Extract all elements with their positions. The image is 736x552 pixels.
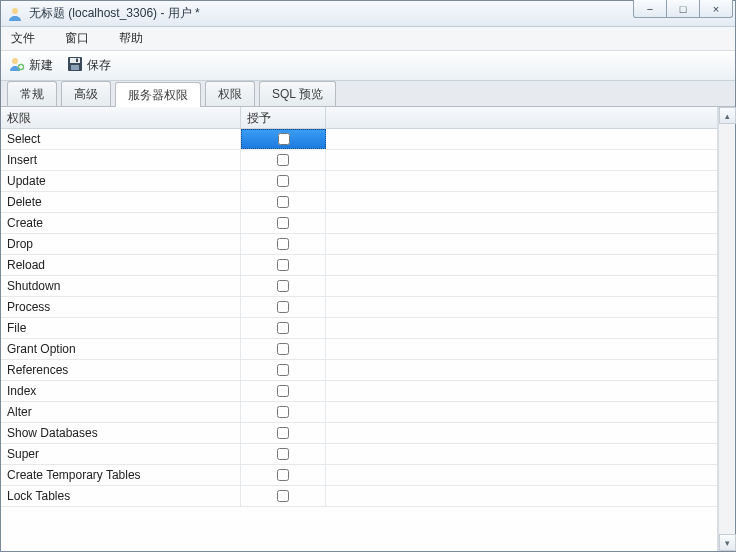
tab-general[interactable]: 常规 (7, 81, 57, 106)
save-button[interactable]: 保存 (67, 56, 111, 75)
privilege-cell[interactable]: Grant Option (1, 339, 241, 359)
privilege-cell[interactable]: Create Temporary Tables (1, 465, 241, 485)
privilege-cell[interactable]: Index (1, 381, 241, 401)
privilege-cell[interactable]: Reload (1, 255, 241, 275)
svg-rect-6 (76, 59, 78, 63)
table-row[interactable]: Show Databases (1, 423, 717, 444)
svg-point-1 (12, 58, 18, 64)
grant-checkbox[interactable] (277, 301, 289, 313)
grant-checkbox[interactable] (277, 175, 289, 187)
grant-cell[interactable] (241, 339, 326, 359)
privilege-cell[interactable]: Alter (1, 402, 241, 422)
grant-cell[interactable] (241, 444, 326, 464)
grant-checkbox[interactable] (277, 196, 289, 208)
table-row[interactable]: Lock Tables (1, 486, 717, 507)
table-row[interactable]: Update (1, 171, 717, 192)
grant-checkbox[interactable] (277, 364, 289, 376)
grant-checkbox[interactable] (277, 322, 289, 334)
grant-cell[interactable] (241, 297, 326, 317)
new-button[interactable]: 新建 (9, 56, 53, 75)
column-grant[interactable]: 授予 (241, 107, 326, 128)
grant-checkbox[interactable] (277, 385, 289, 397)
table-row[interactable]: Super (1, 444, 717, 465)
grant-checkbox[interactable] (277, 280, 289, 292)
grant-checkbox[interactable] (277, 448, 289, 460)
table-row[interactable]: Delete (1, 192, 717, 213)
grant-cell[interactable] (241, 192, 326, 212)
table-row[interactable]: Insert (1, 150, 717, 171)
privilege-cell[interactable]: Update (1, 171, 241, 191)
save-label: 保存 (87, 57, 111, 74)
table-row[interactable]: File (1, 318, 717, 339)
grant-cell[interactable] (241, 276, 326, 296)
menu-file[interactable]: 文件 (7, 28, 39, 49)
grid-header: 权限 授予 (1, 107, 717, 129)
menu-help[interactable]: 帮助 (115, 28, 147, 49)
floppy-icon (67, 56, 83, 75)
grant-checkbox[interactable] (277, 259, 289, 271)
tab-privileges[interactable]: 权限 (205, 81, 255, 106)
content-area: 权限 授予 SelectInsertUpdateDeleteCreateDrop… (1, 107, 735, 551)
grant-checkbox[interactable] (277, 427, 289, 439)
privilege-cell[interactable]: Process (1, 297, 241, 317)
grant-cell[interactable] (241, 360, 326, 380)
privilege-cell[interactable]: Show Databases (1, 423, 241, 443)
grant-checkbox[interactable] (277, 343, 289, 355)
vertical-scrollbar[interactable]: ▴ ▾ (718, 107, 735, 551)
privilege-cell[interactable]: File (1, 318, 241, 338)
privilege-cell[interactable]: Lock Tables (1, 486, 241, 506)
grant-cell[interactable] (241, 486, 326, 506)
table-row[interactable]: Alter (1, 402, 717, 423)
privilege-cell[interactable]: Delete (1, 192, 241, 212)
grant-cell[interactable] (241, 402, 326, 422)
table-row[interactable]: Grant Option (1, 339, 717, 360)
tab-server-privileges[interactable]: 服务器权限 (115, 82, 201, 107)
close-button[interactable]: × (699, 0, 733, 18)
grant-cell[interactable] (241, 423, 326, 443)
grant-checkbox[interactable] (277, 238, 289, 250)
grant-checkbox[interactable] (277, 217, 289, 229)
table-row[interactable]: Create (1, 213, 717, 234)
grant-checkbox[interactable] (277, 406, 289, 418)
grant-checkbox[interactable] (277, 469, 289, 481)
privilege-cell[interactable]: Drop (1, 234, 241, 254)
privilege-cell[interactable]: References (1, 360, 241, 380)
scroll-down-button[interactable]: ▾ (719, 534, 736, 551)
privilege-cell[interactable]: Shutdown (1, 276, 241, 296)
tab-advanced[interactable]: 高级 (61, 81, 111, 106)
grant-checkbox[interactable] (277, 154, 289, 166)
grant-cell[interactable] (241, 150, 326, 170)
svg-point-0 (12, 8, 18, 14)
privilege-cell[interactable]: Select (1, 129, 241, 149)
grant-cell[interactable] (241, 171, 326, 191)
table-row[interactable]: Reload (1, 255, 717, 276)
table-row[interactable]: Shutdown (1, 276, 717, 297)
scroll-up-button[interactable]: ▴ (719, 107, 736, 124)
column-privilege[interactable]: 权限 (1, 107, 241, 128)
grant-cell[interactable] (241, 234, 326, 254)
grant-cell[interactable] (241, 465, 326, 485)
grant-checkbox[interactable] (277, 490, 289, 502)
privilege-cell[interactable]: Insert (1, 150, 241, 170)
grant-cell[interactable] (241, 318, 326, 338)
maximize-button[interactable]: □ (666, 0, 700, 18)
grant-cell[interactable] (241, 255, 326, 275)
privileges-grid: 权限 授予 SelectInsertUpdateDeleteCreateDrop… (1, 107, 718, 551)
privilege-cell[interactable]: Create (1, 213, 241, 233)
grant-cell[interactable] (241, 129, 326, 149)
table-row[interactable]: Drop (1, 234, 717, 255)
table-row[interactable]: Select (1, 129, 717, 150)
table-row[interactable]: Index (1, 381, 717, 402)
tab-sql-preview[interactable]: SQL 预览 (259, 81, 336, 106)
table-row[interactable]: Process (1, 297, 717, 318)
grant-cell[interactable] (241, 381, 326, 401)
grid-body[interactable]: SelectInsertUpdateDeleteCreateDropReload… (1, 129, 717, 551)
menu-window[interactable]: 窗口 (61, 28, 93, 49)
table-row[interactable]: Create Temporary Tables (1, 465, 717, 486)
grant-cell[interactable] (241, 213, 326, 233)
grant-checkbox[interactable] (278, 133, 290, 145)
table-row[interactable]: References (1, 360, 717, 381)
privilege-cell[interactable]: Super (1, 444, 241, 464)
minimize-button[interactable]: − (633, 0, 667, 18)
titlebar[interactable]: 无标题 (localhost_3306) - 用户 * − □ × (1, 1, 735, 27)
